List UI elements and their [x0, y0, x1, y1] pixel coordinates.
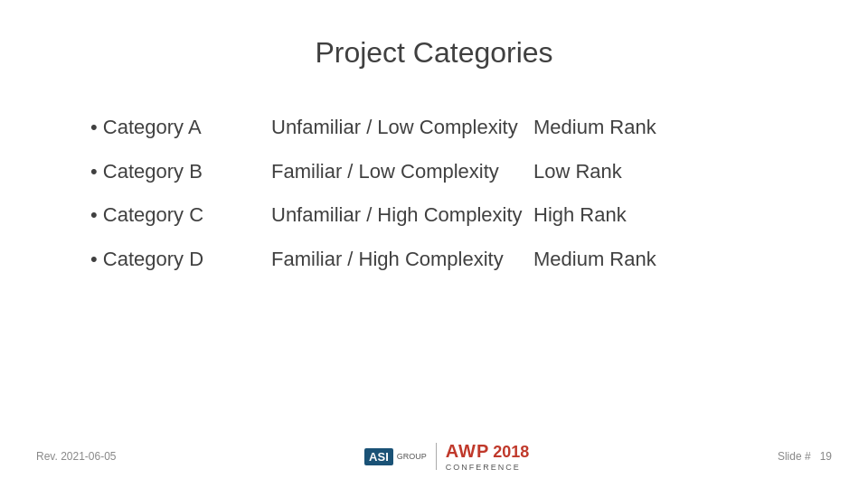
list-item: Familiar / Low Complexity — [271, 150, 533, 194]
list-item: Medium Rank — [533, 106, 714, 150]
awp-label: AWP — [446, 441, 490, 462]
rev-date: 2021-06-05 — [61, 450, 116, 463]
asi-text: ASI — [369, 450, 389, 464]
list-item: • Category B — [90, 150, 271, 194]
footer-slide: Slide # 19 — [778, 450, 832, 463]
descriptions-column: Unfamiliar / Low Complexity Familiar / L… — [271, 106, 533, 281]
footer: Rev. 2021-06-05 ASI GROUP AWP 2018 CONFE — [0, 441, 868, 472]
awp-logo: AWP 2018 CONFERENCE — [446, 441, 530, 472]
logo-container: ASI GROUP AWP 2018 CONFERENCE — [364, 441, 529, 472]
list-item: Low Rank — [533, 150, 714, 194]
slide-number: 19 — [820, 450, 832, 463]
list-item: Familiar / High Complexity — [271, 238, 533, 282]
list-item: Unfamiliar / High Complexity — [271, 193, 533, 238]
asi-box: ASI — [364, 448, 393, 465]
list-item: • Category A — [90, 106, 271, 150]
ranks-column: Medium Rank Low Rank High Rank Medium Ra… — [533, 106, 714, 281]
list-item: • Category D — [90, 238, 271, 282]
asi-logo: ASI GROUP — [364, 448, 427, 465]
slide-label: Slide # — [778, 450, 811, 463]
rev-label: Rev. — [36, 450, 58, 463]
list-item: • Category C — [90, 193, 271, 238]
footer-logo: ASI GROUP AWP 2018 CONFERENCE — [364, 441, 529, 472]
content-area: • Category A • Category B • Category C •… — [54, 106, 814, 281]
slide: Project Categories • Category A • Catego… — [0, 0, 868, 488]
footer-rev: Rev. 2021-06-05 — [36, 450, 117, 463]
conference-text: CONFERENCE — [446, 463, 521, 472]
list-item: Medium Rank — [533, 238, 714, 282]
list-item: High Rank — [533, 193, 714, 238]
slide-title: Project Categories — [54, 36, 814, 70]
group-text: GROUP — [397, 452, 427, 461]
categories-column: • Category A • Category B • Category C •… — [90, 106, 271, 281]
list-item: Unfamiliar / Low Complexity — [271, 106, 533, 150]
awp-year: 2018 — [493, 444, 529, 460]
logo-divider — [436, 443, 437, 470]
